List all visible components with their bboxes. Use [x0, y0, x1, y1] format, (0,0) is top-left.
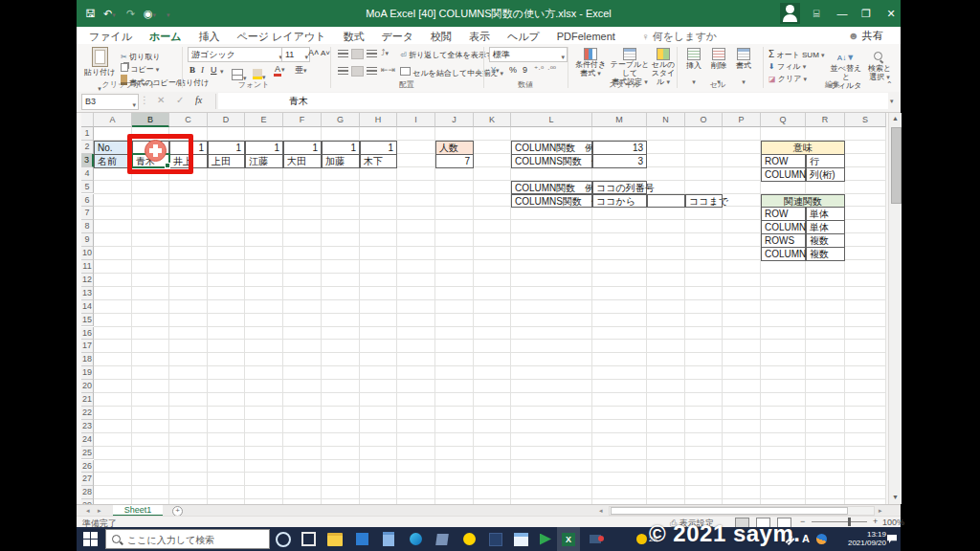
currency-format-icon[interactable]: ¥▾ — [491, 65, 500, 75]
col-header-G[interactable]: G — [322, 113, 360, 127]
cell-F2[interactable]: 1 — [283, 141, 322, 155]
vertical-scrollbar[interactable]: ▲ ▼ — [888, 113, 902, 504]
cell-Q10[interactable]: COLUMNS — [761, 247, 806, 261]
cell-Q8[interactable]: COLUMN — [761, 220, 806, 234]
tab-file[interactable]: ファイル — [80, 29, 141, 45]
cell-L5[interactable]: COLUMN関数 例 — [511, 181, 592, 195]
col-header-F[interactable]: F — [283, 113, 322, 127]
scroll-up-icon[interactable]: ▲ — [889, 115, 902, 121]
conditional-formatting-button[interactable]: 条件付き書式 ▾ — [573, 48, 608, 77]
wrap-text-button[interactable]: ⏎ 折り返して全体を表示する — [400, 50, 501, 60]
col-header-I[interactable]: I — [397, 113, 435, 127]
col-header-L[interactable]: L — [511, 113, 592, 127]
insert-function-icon[interactable]: fx — [195, 95, 202, 105]
align-bottom-icon[interactable] — [367, 50, 377, 58]
cell-Q7[interactable]: ROW — [761, 207, 806, 221]
app-icon-dark[interactable] — [484, 527, 507, 551]
autosum-button[interactable]: Σ オート SUM ▾ — [768, 49, 825, 60]
minimize-button[interactable]: — — [830, 0, 855, 27]
scroll-down-icon[interactable]: ▼ — [889, 494, 902, 500]
app-icon-green[interactable] — [534, 527, 557, 551]
increase-decimal-icon[interactable]: ⁺·⁰ — [534, 65, 544, 74]
zoom-slider-thumb[interactable] — [848, 518, 851, 526]
cell-M2[interactable]: 13 — [592, 141, 647, 155]
tab-help[interactable]: ヘルプ — [499, 29, 548, 45]
app-icon-yellow-circle[interactable] — [457, 527, 480, 551]
align-left-icon[interactable] — [338, 67, 348, 76]
ime-indicator[interactable]: A — [802, 533, 810, 544]
col-header-B[interactable]: B — [132, 113, 169, 127]
orientation-icon[interactable]: ⤴▾ — [381, 48, 389, 57]
row-header-13[interactable]: 13 — [81, 287, 94, 300]
notification-center-icon[interactable] — [884, 527, 900, 551]
photos-icon[interactable] — [350, 527, 373, 551]
formula-input[interactable]: 青木 — [218, 93, 888, 109]
tell-me-box[interactable]: ♀ 何をしますか — [641, 31, 717, 42]
col-header-H[interactable]: H — [360, 113, 397, 127]
cut-button[interactable]: ✂ 切り取り — [121, 52, 160, 62]
row-header-26[interactable]: 26 — [81, 460, 94, 474]
edge-icon[interactable] — [404, 527, 427, 551]
col-header-D[interactable]: D — [208, 113, 245, 127]
row-header-15[interactable]: 15 — [81, 314, 94, 327]
hscroll-right-icon[interactable]: ▸ — [879, 507, 882, 515]
hscroll-left-icon[interactable]: ◂ — [599, 507, 603, 515]
cell-L3[interactable]: COLUMNS関数 例 — [511, 154, 592, 168]
row-header-23[interactable]: 23 — [81, 420, 94, 433]
tab-pdfelement[interactable]: PDFelement — [548, 29, 624, 45]
find-select-button[interactable]: 検索と選択 ▾ — [865, 47, 894, 81]
underline-button[interactable]: U — [211, 65, 217, 75]
cell-G3[interactable]: 加藤 — [322, 154, 360, 168]
bold-button[interactable]: B — [189, 65, 195, 75]
col-header-J[interactable]: J — [435, 113, 474, 127]
cell-D2[interactable]: 1 — [208, 141, 245, 155]
zoom-out-icon[interactable]: − — [800, 517, 805, 526]
italic-button[interactable]: I — [201, 65, 204, 75]
expand-formula-bar-icon[interactable]: ▾ — [890, 98, 894, 105]
close-button[interactable]: ✕ — [879, 0, 903, 27]
row-header-24[interactable]: 24 — [81, 433, 94, 447]
cell-L2[interactable]: COLUMN関数 例 — [511, 141, 592, 155]
align-top-icon[interactable] — [338, 50, 348, 58]
spreadsheet-grid[interactable]: ABCDEFGHIJKLMNOPQRS123456789101112131415… — [81, 113, 886, 504]
cell-Q4[interactable]: COLUMN — [761, 167, 806, 182]
horizontal-scrollbar[interactable] — [609, 506, 875, 516]
ribbon-display-options-icon[interactable]: ⌸ — [804, 0, 829, 27]
row-header-10[interactable]: 10 — [81, 247, 94, 260]
task-view-icon[interactable] — [297, 527, 320, 551]
app-icon-teal[interactable] — [431, 527, 454, 551]
tab-page-layout[interactable]: ページ レイアウト — [229, 29, 335, 45]
cancel-icon[interactable]: ✕ — [157, 95, 165, 105]
row-header-25[interactable]: 25 — [81, 447, 94, 460]
account-avatar[interactable] — [780, 3, 800, 24]
cell-M6[interactable]: ココから — [592, 194, 647, 209]
row-header-17[interactable]: 17 — [81, 340, 94, 353]
tab-insert[interactable]: 挿入 — [190, 29, 229, 45]
number-format-select[interactable]: 標準▾ — [489, 47, 568, 62]
row-header-1[interactable]: 1 — [81, 127, 94, 141]
cell-G2[interactable]: 1 — [322, 141, 360, 155]
cell-H2[interactable]: 1 — [360, 141, 397, 155]
store-icon[interactable] — [377, 527, 400, 551]
name-box[interactable]: B3▾ — [81, 94, 139, 110]
collapse-ribbon-icon[interactable]: ⌃ — [886, 80, 893, 89]
row-header-4[interactable]: 4 — [81, 167, 94, 181]
hscroll-thumb[interactable] — [611, 507, 848, 515]
select-all-corner[interactable] — [81, 113, 94, 127]
cell-E2[interactable]: 1 — [245, 141, 283, 155]
cell-L6[interactable]: COLUMNS関数 例 — [511, 194, 592, 209]
cell-R3[interactable]: 行 — [806, 154, 845, 168]
decrease-decimal-icon[interactable]: ·⁰⁰ — [547, 65, 556, 74]
cell-D3[interactable]: 上田 — [208, 154, 245, 168]
mail-icon[interactable] — [509, 527, 532, 551]
cortana-icon[interactable] — [272, 527, 295, 551]
row-header-21[interactable]: 21 — [81, 393, 94, 407]
row-header-16[interactable]: 16 — [81, 327, 94, 341]
tray-clock[interactable]: 13:19 2021/09/20 — [836, 530, 886, 547]
sort-filter-button[interactable]: A↓▼ 並べ替えとフィルター ▾ — [829, 47, 863, 99]
zoom-slider[interactable] — [812, 521, 867, 522]
col-header-O[interactable]: O — [685, 113, 723, 127]
maximize-button[interactable]: ❐ — [854, 0, 879, 27]
cell-A2[interactable]: No. — [94, 141, 132, 155]
cell-H3[interactable]: 木下 — [360, 154, 397, 168]
